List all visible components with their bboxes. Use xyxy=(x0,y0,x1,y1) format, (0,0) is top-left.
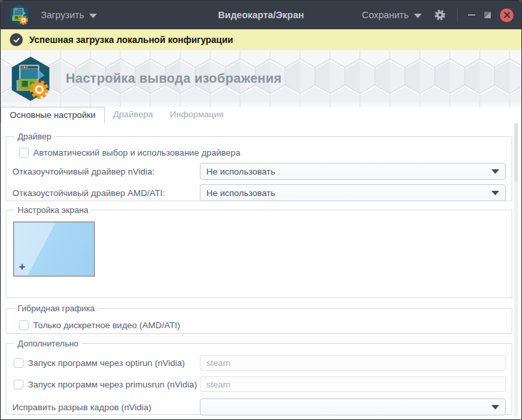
chevron-down-icon xyxy=(491,405,499,410)
primusrun-label: Запуск программ через primusrun (nVidia) xyxy=(28,380,197,389)
nvidia-failsafe-value: Не использовать xyxy=(206,167,275,176)
auto-driver-label: Автоматический выбор и использование дра… xyxy=(33,148,240,158)
app-icon xyxy=(9,4,29,26)
driver-group: Драйвер Автоматический выбор и использов… xyxy=(6,132,512,201)
discrete-only-label: Только дискретное видео (AMD/ATI) xyxy=(33,320,180,330)
screen-group: Настройка экрана + xyxy=(6,205,512,298)
nvidia-failsafe-dropdown[interactable]: Не использовать xyxy=(200,163,506,180)
additional-group: Дополнительно Запуск программ через opti… xyxy=(6,339,512,415)
additional-group-legend: Дополнительно xyxy=(15,339,81,348)
vertical-scrollbar[interactable] xyxy=(514,123,518,417)
tearfix-label: Исправить разрыв кадров (nVidia) xyxy=(12,402,151,412)
nvidia-failsafe-label: Отказоучтойчивый драйвер nVidia: xyxy=(12,167,155,176)
chevron-down-icon xyxy=(414,14,422,18)
tab-main-settings[interactable]: Основные настройки xyxy=(1,107,105,123)
restore-button[interactable] xyxy=(484,12,491,18)
optirun-command-input[interactable] xyxy=(200,355,506,371)
auto-driver-checkbox[interactable] xyxy=(19,148,29,158)
optirun-checkbox[interactable] xyxy=(14,358,23,368)
amd-failsafe-label: Отказоустойчивый драйвер AMD/ATI: xyxy=(12,188,165,198)
tab-content: Драйвер Автоматический выбор и использов… xyxy=(1,123,521,419)
chevron-down-icon xyxy=(89,14,97,18)
titlebar: Загрузить Видеокарта/Экран Сохранить xyxy=(1,1,521,29)
notification-bar: Успешная загрузка локальной конфигурации xyxy=(1,29,521,50)
tabbar: Основные настройки Драйвера Информация xyxy=(1,107,521,123)
discrete-only-checkbox[interactable] xyxy=(19,320,29,330)
amd-failsafe-dropdown[interactable]: Не использовать xyxy=(200,184,506,201)
hybrid-graphics-group: Гибридная графика Только дискретное виде… xyxy=(6,303,512,334)
screen-preview[interactable]: + xyxy=(13,221,95,277)
optirun-label: Запуск программ через optirun (nVidia) xyxy=(28,358,185,368)
module-icon xyxy=(10,56,51,104)
amd-failsafe-value: Не использовать xyxy=(206,188,275,198)
settings-gear-button[interactable] xyxy=(433,8,446,21)
tab-drivers[interactable]: Драйвера xyxy=(105,107,161,123)
success-check-icon xyxy=(10,33,23,46)
close-icon xyxy=(503,11,511,19)
close-button[interactable] xyxy=(500,8,514,22)
page-title: Настройка вывода изображения xyxy=(66,50,282,107)
load-button-label: Загрузить xyxy=(41,10,84,20)
primusrun-checkbox[interactable] xyxy=(14,380,23,389)
scrollbar-thumb[interactable] xyxy=(514,123,518,182)
tab-information[interactable]: Информация xyxy=(161,107,232,123)
add-screen-button[interactable]: + xyxy=(19,260,25,273)
notification-message: Успешная загрузка локальной конфигурации xyxy=(29,35,233,45)
primusrun-command-input[interactable] xyxy=(200,376,506,392)
page-header: Настройка вывода изображения xyxy=(1,50,521,107)
tearfix-dropdown[interactable] xyxy=(200,399,506,415)
load-button[interactable]: Загрузить xyxy=(41,10,97,20)
chevron-down-icon xyxy=(491,169,499,174)
chevron-down-icon xyxy=(491,191,499,195)
save-button[interactable]: Сохранить xyxy=(362,10,422,20)
minimize-button[interactable] xyxy=(468,14,475,16)
save-button-label: Сохранить xyxy=(362,10,409,20)
titlebar-separator xyxy=(457,8,458,21)
app-window: Загрузить Видеокарта/Экран Сохранить xyxy=(0,0,522,420)
screen-group-legend: Настройка экрана xyxy=(15,205,91,215)
driver-group-legend: Драйвер xyxy=(15,132,54,141)
hybrid-group-legend: Гибридная графика xyxy=(15,303,98,313)
